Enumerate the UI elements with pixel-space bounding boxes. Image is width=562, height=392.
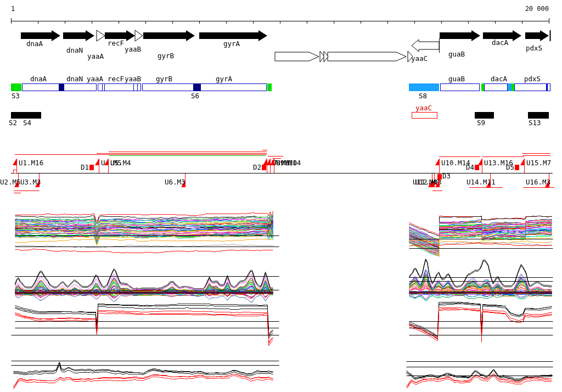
gene-arrow-pdxS[interactable] (525, 30, 549, 41)
marker-flag-U13.M16[interactable] (478, 159, 482, 165)
marker-label-D3: D3 (442, 172, 451, 180)
segment-label-recF: recF (108, 75, 124, 83)
segment-box-row1[interactable] (512, 83, 514, 91)
segment-box-row2[interactable] (528, 112, 549, 119)
marker-label-D2: D2 (253, 163, 261, 171)
segment-box-row2[interactable] (11, 112, 41, 119)
segment-label-dnaN: dnaN (66, 75, 83, 83)
segment-box-row1[interactable] (11, 83, 21, 91)
orf-arrow-orf-right[interactable] (328, 52, 406, 61)
origin-square (14, 170, 17, 173)
segment-label-yaaA: yaaA (87, 75, 104, 83)
marker-label-U16.M3: U16.M3 (526, 178, 550, 186)
marker-square-D4[interactable] (475, 165, 479, 170)
s-label-S8: S8 (419, 92, 427, 100)
marker-label-U12.M8: U12.M8 (415, 178, 440, 186)
gene-label-dnaA: dnaA (26, 40, 43, 48)
gene-label-recF: recF (108, 39, 124, 47)
segment-box-row1[interactable] (409, 83, 439, 91)
marker-square-D1[interactable] (89, 165, 94, 170)
marker-label-D5: D5 (506, 163, 514, 171)
marker-label-U9.M14: U9.M14 (276, 159, 301, 167)
gene-label-dacA: dacA (492, 38, 509, 47)
segment-box-row1[interactable] (485, 84, 508, 91)
s-label-S2: S2 (9, 119, 17, 127)
marker-flag-U1.M16[interactable] (13, 159, 16, 165)
segment-label-yaaC-red: yaaC (415, 104, 432, 112)
segment-box-row1[interactable] (481, 83, 484, 91)
segment-box-row1[interactable] (441, 84, 480, 91)
segment-box-row1[interactable] (267, 83, 272, 91)
ruler-start-label: 1 (11, 5, 15, 13)
s-label-S4: S4 (23, 119, 31, 127)
segment-inner-block (59, 83, 64, 91)
ruler-end-label: 20 000 (525, 5, 549, 13)
gene-label-yaaC: yaaC (411, 54, 428, 63)
s-label-S9: S9 (477, 119, 485, 127)
gene-label-yaaA: yaaA (87, 52, 104, 60)
marker-label-U15.M7: U15.M7 (526, 159, 551, 167)
segment-box-row1[interactable] (143, 84, 267, 91)
marker-label-U1.M16: U1.M16 (19, 159, 43, 167)
gene-arrow-gyrB[interactable] (143, 30, 195, 41)
gene-arrow-yaaA[interactable] (97, 30, 105, 41)
segment-box-row2[interactable] (475, 112, 494, 119)
marker-flag-U7.M8[interactable] (263, 159, 267, 165)
s-label-S13: S13 (529, 119, 541, 127)
marker-label-U3.M3: U3.M3 (20, 178, 41, 186)
segment-box-row2[interactable] (412, 113, 437, 119)
marker-label-U2.M5: U2.M5 (0, 178, 21, 186)
marker-flag-U15.M7[interactable] (520, 159, 524, 165)
segment-label-pdxS: pdxS (524, 75, 541, 83)
gene-label-guaB: guaB (448, 50, 465, 58)
genome-browser-view: 120 000dnaAdnaNrecFgyrBgyrAguaBdacApdxSy… (0, 0, 562, 392)
gene-label-gyrA: gyrA (223, 40, 240, 48)
gene-arrow-yaaB[interactable] (135, 30, 143, 41)
marker-label-D1: D1 (81, 163, 89, 171)
marker-flag-U10.M14[interactable] (435, 159, 439, 165)
segment-label-dacA: dacA (491, 75, 508, 83)
segment-inner-block (546, 83, 548, 91)
gene-arrow-yaaC[interactable] (412, 40, 439, 52)
segment-box-row1[interactable] (508, 83, 512, 91)
orf-arrow-orf-left[interactable] (275, 52, 319, 61)
marker-label-U14.M11: U14.M11 (467, 178, 496, 186)
marker-square-D5[interactable] (515, 165, 519, 170)
segment-inner-block (193, 83, 201, 91)
gene-arrow-guaB[interactable] (440, 30, 480, 41)
gene-label-dnaN: dnaN (66, 46, 83, 54)
gene-label-gyrB: gyrB (158, 52, 174, 60)
gene-label-pdxS: pdxS (526, 44, 542, 52)
segment-label-gyrA: gyrA (216, 75, 233, 83)
gene-arrow-dnaN[interactable] (63, 30, 94, 41)
s-label-S3: S3 (12, 92, 20, 100)
marker-label-U5.M4: U5.M4 (110, 159, 131, 167)
s-label-S6: S6 (191, 92, 199, 100)
marker-flag-U4.M5[interactable] (95, 159, 99, 165)
segment-label-guaB: guaB (448, 75, 465, 83)
segment-box-row1[interactable] (515, 84, 550, 91)
segment-label-dnaA: dnaA (30, 75, 47, 83)
annotation-overlay: 120 000dnaAdnaNrecFgyrBgyrAguaBdacApdxSy… (0, 0, 562, 392)
gene-label-yaaB: yaaB (125, 45, 141, 53)
marker-label-D4: D4 (466, 163, 474, 171)
marker-square-D2[interactable] (262, 165, 266, 170)
segment-label-gyrB: gyrB (156, 75, 172, 83)
segment-label-yaaB: yaaB (125, 75, 141, 83)
marker-label-U6.M3: U6.M3 (165, 178, 186, 186)
